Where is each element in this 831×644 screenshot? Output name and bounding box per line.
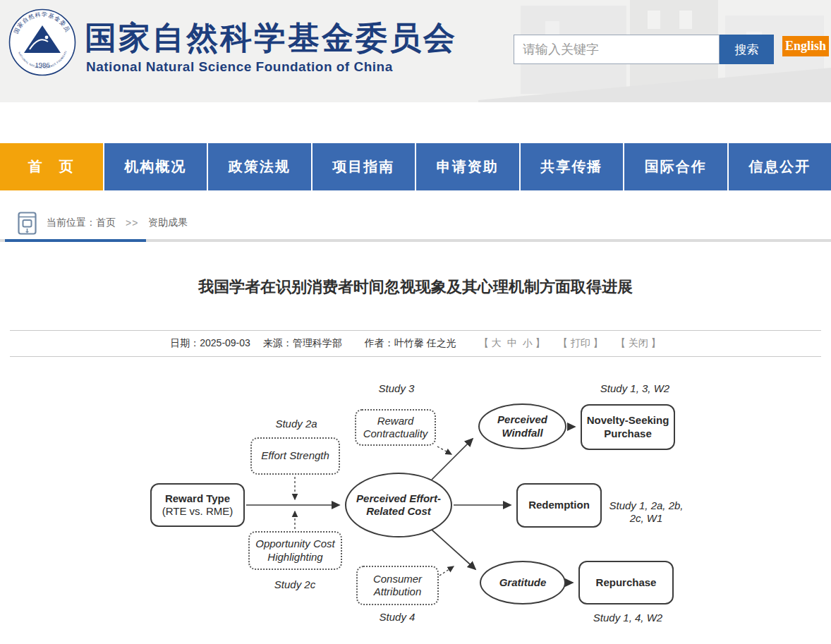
figure-label-study-1-2a-2b-2c-w1: Study 1, 2a, 2b, 2c, W1 — [603, 499, 689, 525]
breadcrumb-home-link[interactable]: 首页 — [96, 217, 116, 229]
nav-item-sharing[interactable]: 共享传播 — [521, 143, 624, 190]
figure-node-reward-contractuality: Reward Contractuality — [355, 409, 436, 446]
figure-node-reward-type: Reward Type (RTE vs. RME) — [150, 483, 245, 527]
nav-item-guides[interactable]: 项目指南 — [313, 143, 416, 190]
figure-label-study-4: Study 4 — [355, 611, 439, 624]
search-button[interactable]: 搜索 — [720, 35, 774, 64]
page: 国家自然科学基金委员会 NATIONAL NATURAL SCIENCE FOU… — [0, 0, 831, 644]
breadcrumb-current-link[interactable]: 资助成果 — [148, 217, 188, 229]
figure-node-gratitude: Gratitude — [480, 561, 566, 604]
figure-node-perceived-effort-related-cost: Perceived Effort-Related Cost — [345, 473, 452, 537]
figure-label-study-3: Study 3 — [354, 382, 439, 395]
article-meta-bar: 日期：2025-09-03 来源：管理科学部 作者：叶竹馨 任之光 【大中小】 … — [10, 330, 821, 357]
site-header: 国家自然科学基金委员会 NATIONAL NATURAL SCIENCE FOU… — [0, 0, 831, 102]
nsfc-logo: 国家自然科学基金委员会 NATIONAL NATURAL SCIENCE FOU… — [8, 6, 76, 83]
breadcrumb-prefix: 当前位置： — [47, 217, 96, 229]
figure-label-study-2c: Study 2c — [253, 578, 337, 591]
figure-node-perceived-windfall: Perceived Windfall — [478, 403, 566, 449]
nav-item-international[interactable]: 国际合作 — [624, 143, 727, 190]
figure-label-study-1-3-w2: Study 1, 3, W2 — [582, 382, 688, 395]
nav-item-apply[interactable]: 申请资助 — [416, 143, 519, 190]
figure-node-repurchase: Repurchase — [578, 561, 674, 604]
meta-date: 日期：2025-09-03 — [170, 337, 250, 350]
figure-node-opportunity-cost-highlighting: Opportunity Cost Highlighting — [248, 531, 342, 570]
meta-source: 来源：管理科学部 — [263, 337, 342, 350]
site-title: 国家自然科学基金委员会 — [85, 17, 457, 59]
font-size-small-button[interactable]: 小 — [523, 337, 533, 348]
figure-label-study-1-4-w2: Study 1, 4, W2 — [575, 612, 681, 624]
font-size-medium-button[interactable]: 中 — [507, 337, 517, 348]
nav-item-disclosure[interactable]: 信息公开 — [729, 143, 831, 190]
nav-item-home[interactable]: 首 页 — [0, 143, 103, 190]
figure-label-study-2a: Study 2a — [254, 418, 339, 430]
meta-authors: 作者：叶竹馨 任之光 — [365, 337, 456, 350]
figure-node-redemption: Redemption — [516, 483, 602, 528]
research-model-figure: Reward Type (RTE vs. RME) Effort Strengt… — [141, 374, 691, 644]
journal-icon — [18, 212, 37, 235]
article-title: 我国学者在识别消费者时间忽视现象及其心理机制方面取得进展 — [0, 277, 831, 298]
nav-item-policies[interactable]: 政策法规 — [208, 143, 311, 190]
figure-node-effort-strength: Effort Strength — [250, 437, 340, 475]
english-button[interactable]: English — [782, 36, 829, 56]
breadcrumb-separator: >> — [126, 217, 138, 229]
site-subtitle: National Natural Science Foundation of C… — [86, 59, 393, 75]
font-size-controls: 【大中小】 — [479, 337, 545, 350]
search-input[interactable] — [514, 35, 720, 64]
close-button[interactable]: 【关闭】 — [616, 337, 661, 350]
logo-year: 1986 — [35, 61, 50, 69]
font-size-large-button[interactable]: 大 — [492, 337, 502, 348]
print-button[interactable]: 【打印】 — [558, 337, 603, 350]
figure-node-consumer-attribution: Consumer Attribution — [356, 566, 439, 605]
nav-item-overview[interactable]: 机构概况 — [104, 143, 207, 190]
breadcrumb: 当前位置：首页 >> 资助成果 — [18, 209, 188, 237]
main-nav: 首 页 机构概况 政策法规 项目指南 申请资助 共享传播 国际合作 信息公开 — [0, 143, 831, 190]
figure-node-novelty-seeking-purchase: Novelty-Seeking Purchase — [581, 404, 675, 450]
breadcrumb-underline — [0, 239, 831, 242]
